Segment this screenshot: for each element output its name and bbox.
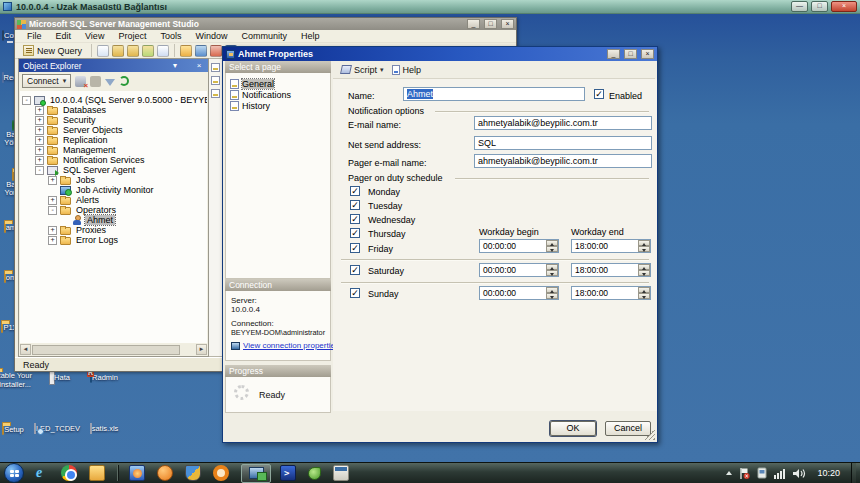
object-explorer-header[interactable]: Object Explorer ▾ × bbox=[19, 59, 208, 72]
saturday-checkbox[interactable] bbox=[350, 265, 360, 275]
resize-grip[interactable] bbox=[645, 430, 655, 440]
start-button[interactable] bbox=[4, 463, 24, 483]
script-button[interactable]: Script▾ bbox=[338, 64, 387, 76]
app-orange-taskbar-icon[interactable] bbox=[157, 465, 173, 481]
dialog-titlebar[interactable]: Ahmet Properties _ □ × bbox=[223, 47, 657, 61]
desktop-icon-folder[interactable]: rtable Your ninstaller... bbox=[0, 372, 39, 389]
security-app-taskbar-icon[interactable] bbox=[185, 465, 201, 481]
rdp-taskbar-button-active[interactable] bbox=[241, 464, 271, 483]
spinner-buttons[interactable] bbox=[638, 287, 650, 299]
tree-item-ahmet[interactable]: Ahmet bbox=[85, 215, 115, 225]
menu-file[interactable]: File bbox=[20, 31, 49, 41]
menu-help[interactable]: Help bbox=[294, 31, 327, 41]
expander-icon[interactable]: + bbox=[35, 156, 44, 165]
database-icon[interactable] bbox=[127, 45, 139, 57]
rdp-minimize-button[interactable]: — bbox=[791, 1, 808, 12]
explorer-taskbar-icon[interactable] bbox=[89, 465, 105, 481]
expander-icon[interactable]: - bbox=[22, 96, 31, 105]
expander-icon[interactable]: + bbox=[48, 176, 57, 185]
spinner-buttons[interactable] bbox=[638, 264, 650, 276]
spinner-buttons[interactable] bbox=[546, 240, 558, 252]
remote-window-taskbar-icon[interactable] bbox=[333, 465, 349, 481]
dialog-minimize-button[interactable]: _ bbox=[607, 49, 620, 59]
expander-icon[interactable]: - bbox=[35, 166, 44, 175]
expander-icon[interactable]: + bbox=[35, 106, 44, 115]
name-input[interactable]: Ahmet bbox=[403, 87, 585, 101]
ssms-maximize-button[interactable]: □ bbox=[484, 19, 497, 29]
ssms-minimize-button[interactable]: _ bbox=[467, 19, 480, 29]
page-item-notifications[interactable]: Notifications bbox=[228, 89, 328, 100]
ok-button[interactable]: OK bbox=[550, 421, 596, 436]
tree-item-replication[interactable]: Replication bbox=[61, 135, 110, 145]
tree-item-error-logs[interactable]: Error Logs bbox=[74, 235, 120, 245]
expander-icon[interactable]: + bbox=[48, 196, 57, 205]
disconnect-database-icon[interactable] bbox=[210, 45, 222, 57]
menu-project[interactable]: Project bbox=[111, 31, 153, 41]
enabled-checkbox[interactable] bbox=[594, 89, 604, 99]
sunday-begin-input[interactable]: 00:00:00 bbox=[479, 286, 559, 300]
desktop-icon-document[interactable]: LED_TCDEV bbox=[33, 425, 81, 434]
tree-item-management[interactable]: Management bbox=[61, 145, 118, 155]
thursday-checkbox[interactable] bbox=[350, 228, 360, 238]
clock[interactable]: 10:20 bbox=[817, 468, 840, 478]
powershell-taskbar-icon[interactable] bbox=[280, 465, 296, 481]
tree-item-security[interactable]: Security bbox=[61, 115, 98, 125]
tree-item-job-activity-monitor[interactable]: Job Activity Monitor bbox=[74, 185, 156, 195]
network-icon[interactable] bbox=[774, 468, 786, 479]
friday-begin-input[interactable]: 00:00:00 bbox=[479, 239, 559, 253]
scroll-left-arrow[interactable]: ◄ bbox=[20, 344, 31, 355]
ie-taskbar-icon[interactable] bbox=[33, 465, 49, 481]
database-icon[interactable] bbox=[112, 45, 124, 57]
spinner-buttons[interactable] bbox=[546, 287, 558, 299]
tree-item-server-objects[interactable]: Server Objects bbox=[61, 125, 125, 135]
spinner-buttons[interactable] bbox=[546, 264, 558, 276]
expander-icon[interactable]: + bbox=[35, 136, 44, 145]
expander-icon[interactable]: + bbox=[35, 146, 44, 155]
expander-icon[interactable]: + bbox=[35, 116, 44, 125]
file-icon[interactable] bbox=[157, 45, 169, 57]
tree-item-proxies[interactable]: Proxies bbox=[74, 225, 108, 235]
menu-window[interactable]: Window bbox=[188, 31, 234, 41]
scroll-right-arrow[interactable]: ► bbox=[196, 344, 207, 355]
tree-item-server[interactable]: 10.0.0.4 (SQL Server 9.0.5000 - BEYYEM-D… bbox=[48, 95, 207, 105]
friday-end-input[interactable]: 18:00:00 bbox=[571, 239, 651, 253]
app-orange-ring-taskbar-icon[interactable] bbox=[213, 465, 229, 481]
saturday-end-input[interactable]: 18:00:00 bbox=[571, 263, 651, 277]
tray-expand-icon[interactable] bbox=[726, 471, 732, 475]
show-desktop-button[interactable] bbox=[851, 463, 856, 483]
close-icon[interactable]: × bbox=[194, 60, 204, 71]
connect-dropdown-button[interactable]: Connect▾ bbox=[22, 74, 71, 88]
desktop-icon-document[interactable]: satis.xls bbox=[80, 425, 128, 434]
menu-tools[interactable]: Tools bbox=[153, 31, 188, 41]
email-input[interactable]: ahmetyalabik@beypilic.com.tr bbox=[474, 116, 652, 130]
stop-icon[interactable] bbox=[90, 76, 101, 87]
friday-checkbox[interactable] bbox=[350, 243, 360, 253]
tree-item-operators[interactable]: Operators bbox=[74, 205, 118, 215]
monday-checkbox[interactable] bbox=[350, 186, 360, 196]
tree-item-alerts[interactable]: Alerts bbox=[74, 195, 101, 205]
tree-item-notification-services[interactable]: Notification Services bbox=[61, 155, 147, 165]
ssms-close-button[interactable]: × bbox=[501, 19, 514, 29]
expander-icon[interactable]: - bbox=[48, 206, 57, 215]
disconnect-icon[interactable] bbox=[75, 76, 86, 87]
expander-icon[interactable]: + bbox=[48, 236, 57, 245]
ssms-titlebar[interactable]: Microsoft SQL Server Management Studio _… bbox=[15, 18, 516, 30]
tree-item-databases[interactable]: Databases bbox=[61, 105, 108, 115]
dialog-close-button[interactable]: × bbox=[641, 49, 654, 59]
view-connection-properties[interactable]: View connection properties bbox=[231, 341, 339, 350]
sunday-end-input[interactable]: 18:00:00 bbox=[571, 286, 651, 300]
menu-edit[interactable]: Edit bbox=[49, 31, 79, 41]
filter-icon[interactable] bbox=[105, 79, 115, 86]
connect-database-icon[interactable] bbox=[195, 45, 207, 57]
rdp-session-tray-icon[interactable] bbox=[757, 467, 767, 479]
wednesday-checkbox[interactable] bbox=[350, 214, 360, 224]
tree-item-sql-server-agent[interactable]: SQL Server Agent bbox=[61, 165, 137, 175]
new-document-icon[interactable] bbox=[97, 45, 109, 57]
database-add-icon[interactable] bbox=[142, 45, 154, 57]
pager-email-input[interactable]: ahmetyalabik@beypilic.com.tr bbox=[474, 154, 652, 168]
page-item-history[interactable]: History bbox=[228, 100, 328, 111]
rdp-restore-button[interactable]: □ bbox=[811, 1, 828, 12]
expander-icon[interactable]: + bbox=[48, 226, 57, 235]
saturday-begin-input[interactable]: 00:00:00 bbox=[479, 263, 559, 277]
tuesday-checkbox[interactable] bbox=[350, 200, 360, 210]
